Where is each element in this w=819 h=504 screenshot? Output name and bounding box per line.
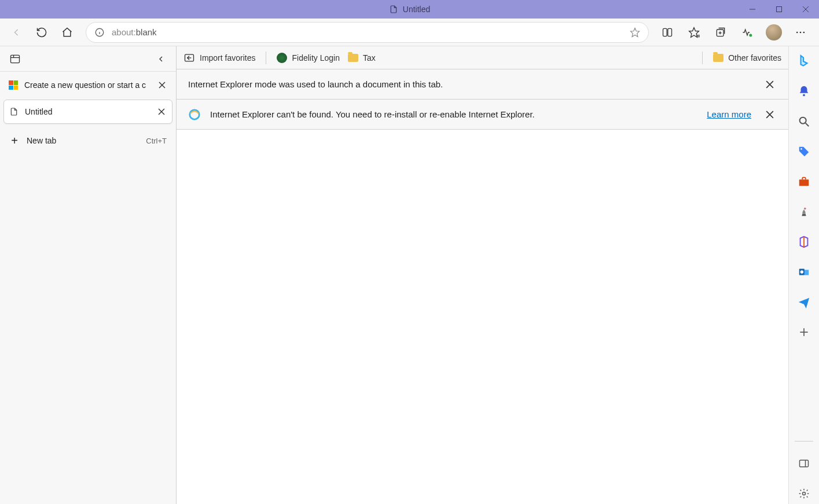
close-infobar-button[interactable] [763, 108, 777, 122]
avatar [766, 24, 782, 41]
back-button[interactable] [5, 21, 28, 44]
home-button[interactable] [56, 21, 79, 44]
m365-icon[interactable] [794, 231, 814, 252]
import-icon [183, 52, 195, 64]
svg-point-18 [800, 31, 802, 33]
separator [266, 51, 266, 64]
sidebar-divider [795, 441, 813, 442]
tags-icon[interactable] [794, 141, 814, 162]
fidelity-icon [277, 53, 287, 63]
svg-point-38 [804, 208, 806, 210]
ie-mode-info-bar: Internet Explorer mode was used to launc… [177, 69, 788, 100]
svg-point-19 [803, 31, 805, 33]
svg-rect-8 [663, 28, 667, 36]
tab-title: Untitled [25, 107, 150, 116]
tab-item[interactable]: Create a new question or start a c [3, 73, 172, 97]
close-tab-button[interactable] [156, 106, 167, 117]
svg-marker-7 [631, 28, 640, 36]
favorite-fidelity[interactable]: Fidelity Login [277, 53, 340, 63]
search-icon[interactable] [794, 111, 814, 132]
vertical-tabs-panel: Create a new question or start a c Untit… [0, 46, 177, 504]
favorite-tax[interactable]: Tax [348, 53, 376, 62]
import-favorites-label: Import favorites [200, 53, 255, 62]
browser-essentials-button[interactable] [736, 21, 759, 44]
split-screen-button[interactable] [656, 21, 679, 44]
new-tab-shortcut: Ctrl+T [146, 137, 167, 145]
svg-rect-43 [800, 460, 809, 467]
page-content-area: Import favorites Fidelity Login Tax Othe… [177, 46, 789, 504]
learn-more-link[interactable]: Learn more [707, 109, 751, 119]
svg-point-17 [796, 31, 798, 33]
outlook-icon[interactable] [794, 262, 814, 282]
close-window-button[interactable] [792, 0, 819, 19]
chess-icon[interactable] [794, 201, 814, 222]
folder-icon [348, 54, 358, 62]
svg-rect-20 [11, 55, 20, 62]
page-body [177, 130, 788, 504]
new-tab-label: New tab [27, 136, 56, 145]
svg-marker-10 [689, 27, 699, 37]
more-menu-button[interactable] [789, 21, 812, 44]
ie-notfound-message: Internet Explorer can't be found. You ne… [210, 109, 535, 119]
svg-rect-9 [668, 28, 672, 36]
svg-point-33 [803, 94, 805, 97]
svg-point-36 [800, 148, 802, 150]
folder-icon [713, 54, 723, 62]
url-text: about:blank [112, 27, 157, 37]
bing-icon[interactable] [794, 51, 814, 72]
edge-sidebar [789, 46, 819, 504]
window-title: Untitled [403, 5, 430, 14]
add-sidebar-button[interactable] [794, 322, 814, 343]
new-tab-button[interactable]: + New tab Ctrl+T [3, 128, 172, 153]
favorites-bar: Import favorites Fidelity Login Tax Othe… [177, 46, 788, 69]
browser-toolbar: about:blank [0, 19, 819, 46]
svg-point-16 [749, 34, 752, 36]
svg-rect-1 [777, 7, 782, 12]
other-favorites-label: Other favorites [728, 53, 781, 62]
svg-point-34 [800, 117, 806, 124]
svg-line-35 [806, 123, 809, 127]
close-tab-button[interactable] [156, 79, 168, 91]
profile-button[interactable] [762, 21, 785, 44]
collections-button[interactable] [709, 21, 732, 44]
plus-icon: + [9, 134, 20, 148]
minimize-button[interactable] [739, 0, 766, 19]
other-favorites-button[interactable]: Other favorites [713, 53, 781, 62]
ie-mode-message: Internet Explorer mode was used to launc… [188, 79, 443, 89]
settings-icon[interactable] [794, 483, 814, 504]
collapse-tabs-button[interactable] [152, 50, 170, 68]
tab-title: Create a new question or start a c [24, 80, 150, 90]
page-icon [389, 5, 398, 14]
favorites-button[interactable] [682, 21, 706, 44]
send-icon[interactable] [794, 292, 814, 312]
favorite-label: Tax [363, 53, 376, 62]
ie-icon [188, 108, 201, 121]
maximize-button[interactable] [766, 0, 792, 19]
page-icon [9, 106, 19, 117]
tab-item-active[interactable]: Untitled [3, 100, 172, 124]
close-infobar-button[interactable] [763, 78, 777, 91]
microsoft-icon [8, 80, 19, 90]
svg-point-45 [803, 492, 806, 495]
favorite-label: Fidelity Login [292, 53, 340, 62]
window-titlebar: Untitled [0, 0, 819, 19]
briefcase-icon[interactable] [794, 171, 814, 192]
site-info-icon[interactable] [93, 26, 106, 39]
svg-point-40 [800, 270, 804, 274]
refresh-button[interactable] [30, 21, 53, 44]
bell-icon[interactable] [794, 81, 814, 102]
separator [702, 51, 703, 64]
import-favorites-button[interactable]: Import favorites [183, 52, 255, 64]
ie-notfound-info-bar: Internet Explorer can't be found. You ne… [177, 100, 788, 130]
favorite-star-icon[interactable] [629, 26, 641, 39]
sidepane-button[interactable] [794, 453, 814, 474]
address-bar[interactable]: about:blank [86, 22, 649, 43]
tab-actions-button[interactable] [6, 50, 24, 68]
svg-rect-37 [799, 179, 809, 186]
